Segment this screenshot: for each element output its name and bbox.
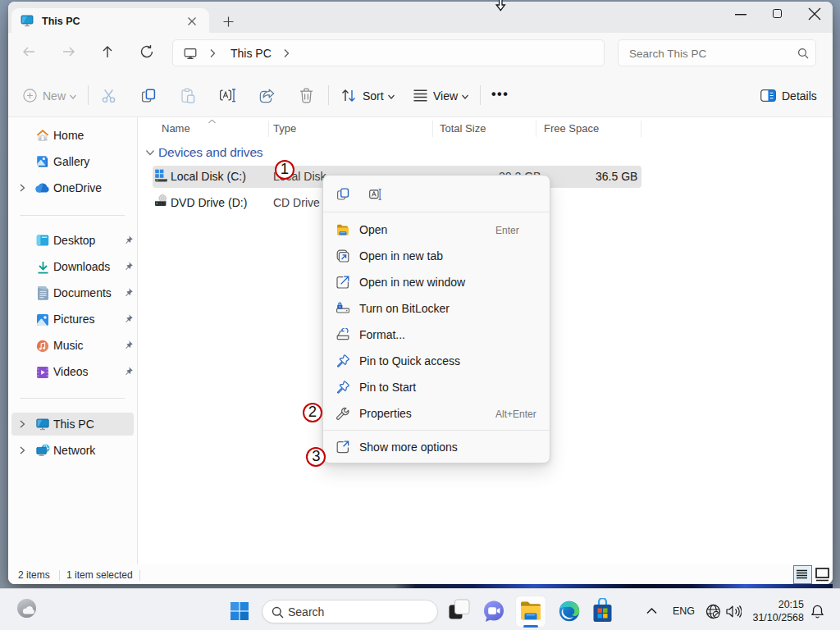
- svg-text:DVD: DVD: [159, 203, 163, 204]
